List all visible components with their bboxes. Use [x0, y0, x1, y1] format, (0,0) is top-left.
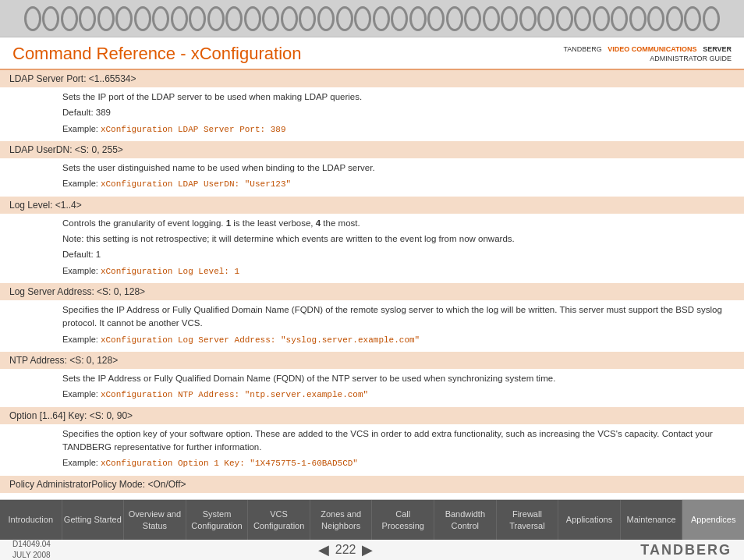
spiral-loop: [61, 6, 78, 31]
header-logo: TANDBERG VIDEO COMMUNICATIONS SERVER ADM…: [563, 44, 732, 64]
spiral-loop: [152, 6, 169, 31]
section-body-ntp-address: Sets the IP Address or Fully Qualified D…: [0, 369, 744, 407]
spiral-loop: [647, 6, 664, 31]
section-text: Sets the IP Address or Fully Qualified D…: [62, 372, 732, 385]
section-text: Specifies the IP Address or Fully Qualif…: [62, 303, 732, 331]
section-text: Sets the IP port of the LDAP server to b…: [62, 90, 732, 104]
spiral-loop: [115, 6, 133, 31]
example-code: xConfiguration LDAP UserDN: "User123": [101, 179, 291, 189]
nav-tab-firewall-traversal[interactable]: FirewallTraversal: [497, 500, 559, 540]
section-text: Controls the granularity of event loggin…: [62, 217, 732, 230]
example-line: Example: xConfiguration Log Level: 1: [62, 264, 732, 278]
header: Command Reference - xConfiguration TANDB…: [0, 37, 744, 70]
example-code: xConfiguration LDAP Server Port: 389: [101, 125, 286, 134]
spiral-loop: [464, 6, 481, 31]
section-text: Default: 389: [62, 106, 732, 119]
spiral-loop: [244, 6, 261, 31]
tandberg-label: TANDBERG: [563, 45, 601, 53]
spiral-loop: [703, 6, 720, 31]
spiral-loop: [483, 6, 500, 31]
section-body-log-level: Controls the granularity of event loggin…: [0, 214, 744, 283]
section-header-log-level: Log Level: <1..4>: [0, 197, 744, 214]
main-content: LDAP Server Port: <1..65534>Sets the IP …: [0, 70, 744, 499]
nav-tab-bandwidth-control[interactable]: BandwidthControl: [434, 500, 497, 540]
section-body-ldap-server-port: Sets the IP port of the LDAP server to b…: [0, 87, 744, 141]
section-header-ntp-address: NTP Address: <S: 0, 128>: [0, 352, 744, 369]
spiral-loop: [317, 6, 335, 31]
nav-tab-overview-status[interactable]: Overview andStatus: [124, 500, 186, 540]
spiral-loop: [501, 6, 518, 31]
nav-tab-call-processing[interactable]: CallProcessing: [372, 500, 434, 540]
doc-id: D14049.04: [12, 539, 51, 550]
spiral-loop: [574, 6, 591, 31]
section-header-ldap-server-port: LDAP Server Port: <1..65534>: [0, 70, 744, 87]
nav-tab-appendices[interactable]: Appendices: [682, 500, 744, 540]
page-navigation[interactable]: ◀ 222 ▶: [318, 541, 374, 558]
spiral-loop: [207, 6, 225, 31]
example-code: xConfiguration Log Level: 1: [101, 267, 239, 276]
nav-tab-maintenance[interactable]: Maintenance: [621, 500, 683, 540]
spiral-loop: [134, 6, 151, 31]
spiral-loop: [629, 6, 647, 31]
section-body-log-server-address: Specifies the IP Address or Fully Qualif…: [0, 300, 744, 352]
spiral-loop: [556, 6, 573, 31]
spiral-loop: [42, 6, 59, 31]
footer: IntroductionGetting StartedOverview andS…: [0, 499, 744, 560]
example-line: Example: xConfiguration Log Server Addre…: [62, 333, 732, 347]
spiral-loop: [684, 6, 701, 31]
example-code: xConfiguration NTP Address: "ntp.server.…: [101, 390, 368, 399]
spiral-binding: [0, 0, 744, 37]
section-header-policy-admin: Policy AdministratorPolicy Mode: <On/Off…: [0, 476, 744, 493]
section-body-ldap-userdn: Sets the user distinguished name to be u…: [0, 158, 744, 197]
example-code: xConfiguration Log Server Address: "sysl…: [101, 335, 420, 345]
nav-tab-zones-neighbors[interactable]: Zones andNeighbors: [310, 500, 373, 540]
example-line: Example: xConfiguration LDAP UserDN: "Us…: [62, 177, 732, 191]
nav-tab-applications[interactable]: Applications: [558, 500, 621, 540]
spiral-loop: [446, 6, 463, 31]
prev-page-icon[interactable]: ◀: [318, 541, 329, 558]
section-body-policy-admin: Enables and disables use of Administrato…: [0, 493, 744, 499]
admin-guide-label: ADMINISTRATOR GUIDE: [563, 54, 732, 64]
section-text: Specifies the option key of your softwar…: [62, 427, 732, 455]
example-line: Example: xConfiguration NTP Address: "nt…: [62, 388, 732, 402]
spiral-loop: [354, 6, 371, 31]
nav-tab-system-config[interactable]: SystemConfiguration: [186, 500, 249, 540]
spiral-loop: [24, 6, 41, 31]
page-container: Command Reference - xConfiguration TANDB…: [0, 0, 744, 560]
doc-date: JULY 2008: [12, 550, 51, 560]
server-label: SERVER: [703, 45, 732, 53]
nav-tab-vcs-config[interactable]: VCSConfiguration: [248, 500, 310, 540]
section-body-option-key: Specifies the option key of your softwar…: [0, 424, 744, 476]
nav-tabs: IntroductionGetting StartedOverview andS…: [0, 500, 744, 540]
section-header-ldap-userdn: LDAP UserDN: <S: 0, 255>: [0, 141, 744, 158]
video-comm-label: VIDEO COMMUNICATIONS: [608, 45, 696, 53]
doc-info: D14049.04 JULY 2008: [12, 539, 51, 560]
spiral-loop: [537, 6, 554, 31]
spiral-loop: [391, 6, 408, 31]
nav-tab-getting-started[interactable]: Getting Started: [62, 500, 125, 540]
example-line: Example: xConfiguration LDAP Server Port…: [62, 122, 732, 136]
spiral-loop: [373, 6, 390, 31]
section-text: Default: 1: [62, 248, 732, 261]
spiral-loop: [299, 6, 316, 31]
section-text: Note: this setting is not retrospective;…: [62, 232, 732, 246]
next-page-icon[interactable]: ▶: [362, 541, 373, 558]
section-header-log-server-address: Log Server Address: <S: 0, 128>: [0, 283, 744, 300]
spiral-loop: [427, 6, 445, 31]
page-number: 222: [335, 543, 356, 557]
spiral-loop: [336, 6, 353, 31]
spiral-loop: [97, 6, 115, 31]
spiral-loop: [409, 6, 427, 31]
spiral-loop: [593, 6, 610, 31]
spiral-loop: [171, 6, 188, 31]
spiral-loop: [666, 6, 683, 31]
nav-tab-introduction[interactable]: Introduction: [0, 500, 62, 540]
tandberg-brand: TANDBERG: [640, 542, 732, 558]
spiral-loop: [519, 6, 537, 31]
section-text: Sets the user distinguished name to be u…: [62, 161, 732, 175]
section-header-option-key: Option [1..64] Key: <S: 0, 90>: [0, 407, 744, 424]
spiral-loop: [281, 6, 298, 31]
spiral-loop: [189, 6, 206, 31]
page-title: Command Reference - xConfiguration: [12, 44, 302, 64]
spiral-loop: [225, 6, 243, 31]
